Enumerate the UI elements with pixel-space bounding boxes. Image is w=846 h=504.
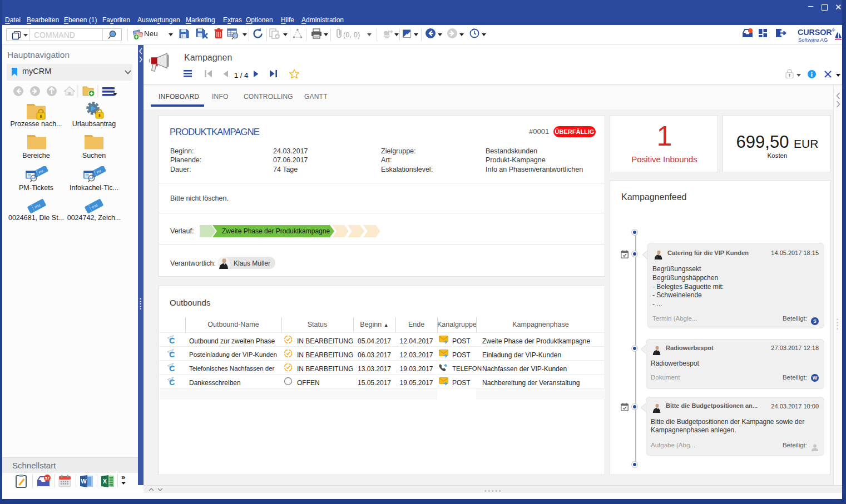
- svg-text:X: X: [103, 478, 107, 485]
- svg-text:57: 57: [45, 476, 50, 480]
- svg-text:W: W: [81, 478, 87, 485]
